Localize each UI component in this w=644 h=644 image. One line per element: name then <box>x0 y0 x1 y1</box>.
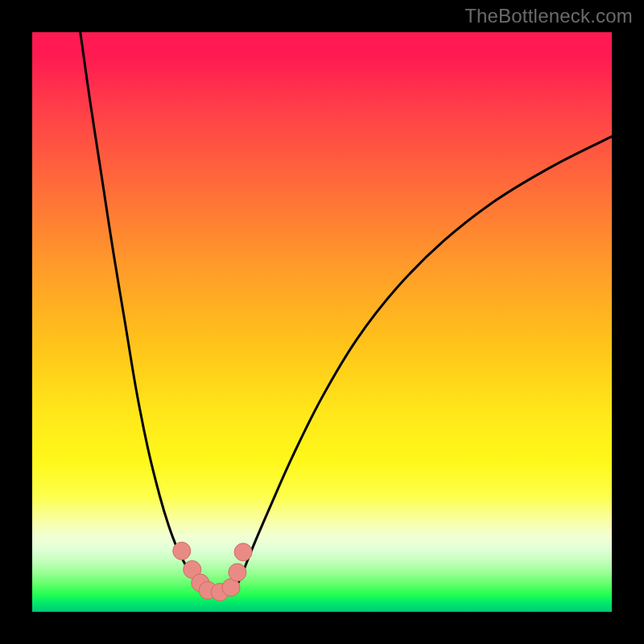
valley-marker <box>173 542 191 559</box>
watermark-text: TheBottleneck.com <box>464 5 633 27</box>
valley-marker <box>229 564 246 581</box>
curve-path <box>80 32 612 593</box>
bottleneck-curve <box>80 32 612 593</box>
chart-frame: TheBottleneck.com <box>0 0 644 644</box>
plot-area <box>32 32 612 612</box>
valley-marker <box>234 543 252 561</box>
valley-markers <box>173 542 252 601</box>
curve-layer <box>32 32 612 612</box>
